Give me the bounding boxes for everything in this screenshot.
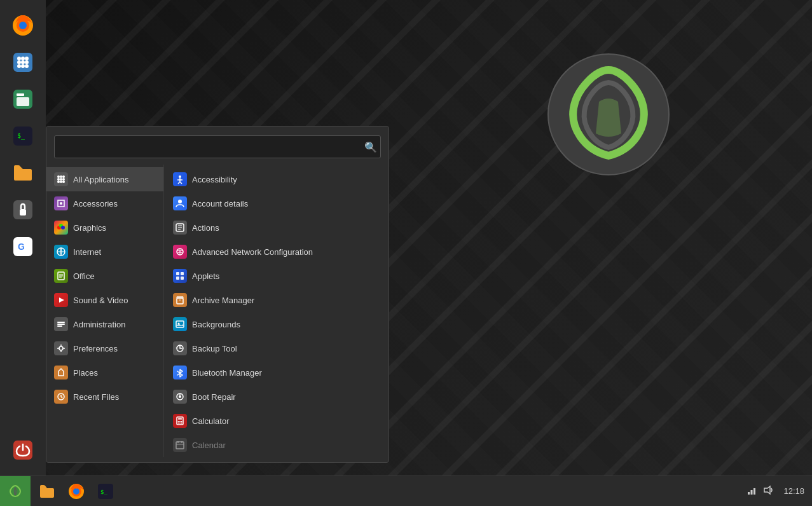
taskbar-firefox-btn[interactable] bbox=[62, 477, 90, 505]
backup-tool-icon bbox=[173, 341, 187, 355]
app-backgrounds[interactable]: Backgrounds bbox=[164, 312, 389, 336]
svg-point-7 bbox=[17, 57, 21, 60]
firefox-sidebar-icon[interactable] bbox=[8, 10, 38, 41]
search-wrapper: 🔍 bbox=[54, 135, 381, 158]
category-office-label: Office bbox=[73, 271, 95, 281]
category-all-label: All Applications bbox=[73, 175, 128, 184]
start-button[interactable] bbox=[0, 476, 31, 507]
svg-rect-18 bbox=[17, 97, 29, 106]
app-actions[interactable]: Actions bbox=[164, 215, 389, 240]
app-backgrounds-label: Backgrounds bbox=[192, 320, 240, 329]
app-calculator[interactable]: Calculator bbox=[164, 409, 389, 433]
svg-rect-70 bbox=[176, 272, 179, 275]
apps-column: Accessibility Account details bbox=[164, 165, 389, 457]
google-sidebar-icon[interactable]: G bbox=[8, 231, 38, 262]
calendar-icon bbox=[173, 438, 187, 452]
search-input[interactable] bbox=[54, 135, 381, 158]
power-sidebar-icon[interactable] bbox=[8, 435, 38, 465]
menu-columns: All Applications Accessories bbox=[46, 165, 389, 457]
archive-manager-icon bbox=[173, 293, 187, 307]
category-administration[interactable]: Administration bbox=[46, 312, 163, 336]
svg-point-36 bbox=[60, 202, 62, 205]
category-office[interactable]: Office bbox=[46, 264, 163, 288]
app-accessibility-label: Accessibility bbox=[192, 175, 237, 184]
svg-rect-103 bbox=[754, 488, 755, 495]
taskbar-terminal-btn[interactable]: $_ bbox=[92, 477, 120, 505]
app-backup-tool[interactable]: Backup Tool bbox=[164, 336, 389, 360]
svg-point-15 bbox=[25, 64, 29, 68]
app-archive-manager[interactable]: Archive Manager bbox=[164, 288, 389, 312]
svg-text:$_: $_ bbox=[17, 132, 25, 140]
files-sidebar-icon[interactable] bbox=[8, 84, 38, 114]
svg-point-58 bbox=[179, 175, 181, 178]
categories-column: All Applications Accessories bbox=[46, 165, 164, 457]
category-graphics[interactable]: Graphics bbox=[46, 215, 163, 240]
category-administration-label: Administration bbox=[73, 320, 125, 329]
app-accessibility[interactable]: Accessibility bbox=[164, 167, 389, 191]
category-recent-files[interactable]: Recent Files bbox=[46, 385, 163, 409]
taskbar-folder-btn[interactable] bbox=[33, 477, 61, 505]
backgrounds-icon bbox=[173, 317, 187, 331]
apps-grid-sidebar-icon[interactable] bbox=[8, 47, 38, 78]
recent-files-icon bbox=[54, 390, 68, 404]
accessories-icon bbox=[54, 196, 68, 210]
svg-point-50 bbox=[59, 346, 63, 350]
category-accessories[interactable]: Accessories bbox=[46, 191, 163, 215]
svg-point-98 bbox=[73, 488, 79, 495]
svg-marker-104 bbox=[764, 486, 770, 494]
category-places[interactable]: Places bbox=[46, 360, 163, 385]
app-applets[interactable]: Applets bbox=[164, 264, 389, 288]
app-account-details-label: Account details bbox=[192, 199, 248, 209]
svg-point-81 bbox=[179, 395, 181, 398]
svg-point-13 bbox=[17, 64, 21, 68]
category-sound-video-label: Sound & Video bbox=[73, 296, 128, 305]
svg-point-35 bbox=[62, 181, 65, 183]
svg-point-10 bbox=[17, 60, 21, 64]
svg-point-63 bbox=[178, 200, 182, 203]
category-preferences-label: Preferences bbox=[73, 344, 118, 353]
system-clock[interactable]: 12:18 bbox=[779, 486, 804, 496]
svg-point-85 bbox=[178, 421, 179, 422]
svg-point-90 bbox=[181, 423, 182, 424]
boot-repair-icon bbox=[173, 390, 187, 404]
app-bluetooth-manager[interactable]: Bluetooth Manager bbox=[164, 360, 389, 385]
graphics-icon bbox=[54, 221, 68, 235]
category-graphics-label: Graphics bbox=[73, 223, 106, 233]
app-account-details[interactable]: Account details bbox=[164, 191, 389, 215]
administration-icon bbox=[54, 317, 68, 331]
svg-rect-72 bbox=[176, 277, 179, 280]
sound-video-icon bbox=[54, 293, 68, 307]
systray: 12:18 bbox=[738, 484, 812, 498]
category-sound-video[interactable]: Sound & Video bbox=[46, 288, 163, 312]
calculator-icon bbox=[173, 414, 187, 428]
svg-point-33 bbox=[57, 181, 60, 183]
svg-point-12 bbox=[25, 60, 29, 64]
svg-point-14 bbox=[21, 64, 25, 68]
app-calculator-label: Calculator bbox=[192, 416, 230, 426]
office-icon bbox=[54, 269, 68, 283]
app-boot-repair[interactable]: Boot Repair bbox=[164, 385, 389, 409]
network-icon[interactable] bbox=[746, 484, 757, 498]
app-calendar-label: Calendar bbox=[192, 441, 226, 450]
app-advanced-network[interactable]: Advanced Network Configuration bbox=[164, 240, 389, 264]
svg-point-34 bbox=[60, 181, 62, 183]
search-icon[interactable]: 🔍 bbox=[364, 141, 377, 153]
svg-text:G: G bbox=[18, 242, 25, 252]
mint-logo bbox=[545, 51, 672, 178]
app-actions-label: Actions bbox=[192, 223, 219, 233]
svg-point-89 bbox=[179, 423, 181, 424]
volume-icon[interactable] bbox=[762, 484, 774, 498]
app-calendar[interactable]: Calendar bbox=[164, 433, 389, 457]
accessibility-app-icon bbox=[173, 172, 187, 186]
category-internet[interactable]: Internet bbox=[46, 240, 163, 264]
category-all-applications[interactable]: All Applications bbox=[46, 167, 163, 191]
svg-rect-71 bbox=[181, 272, 184, 275]
folder-sidebar-icon[interactable] bbox=[8, 158, 38, 188]
terminal-sidebar-icon[interactable]: $_ bbox=[8, 121, 38, 151]
category-preferences[interactable]: Preferences bbox=[46, 336, 163, 360]
advanced-network-icon bbox=[173, 245, 187, 259]
svg-point-5 bbox=[19, 22, 27, 29]
lock-sidebar-icon[interactable] bbox=[8, 195, 38, 225]
svg-point-29 bbox=[62, 175, 65, 178]
svg-rect-23 bbox=[20, 209, 26, 215]
